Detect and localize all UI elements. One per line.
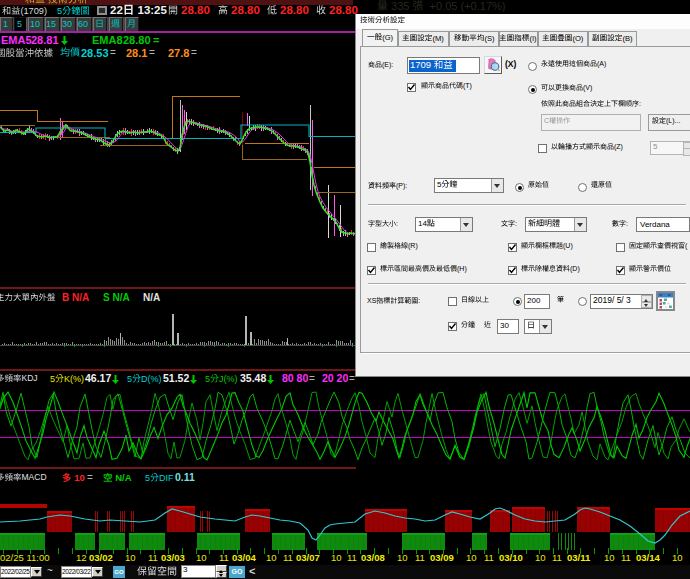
svg-text:51.52: 51.52 — [163, 372, 189, 384]
svg-text:(L)...: (L)... — [666, 117, 680, 125]
svg-text:11: 11 — [148, 552, 158, 563]
svg-text:DIF: DIF — [159, 473, 174, 483]
svg-text:03/09: 03/09 — [430, 552, 454, 563]
svg-text:11: 11 — [347, 552, 357, 563]
svg-text:03/14: 03/14 — [636, 552, 660, 563]
svg-text::: : — [396, 220, 398, 227]
svg-text:03/07: 03/07 — [296, 552, 320, 563]
svg-text:10: 10 — [72, 472, 85, 483]
svg-text:35.48: 35.48 — [240, 372, 266, 384]
svg-text:(G): (G) — [382, 33, 393, 42]
svg-text:10: 10 — [125, 552, 136, 563]
svg-text:(P):: (P): — [396, 182, 407, 190]
svg-text:1709: 1709 — [410, 59, 434, 70]
svg-text:11: 11 — [552, 552, 562, 563]
svg-text::: : — [515, 220, 517, 227]
svg-text:03/02: 03/02 — [89, 552, 113, 563]
svg-text:10: 10 — [266, 552, 277, 563]
svg-text:(M): (M) — [433, 34, 445, 43]
svg-text::: : — [626, 220, 628, 227]
svg-text:10: 10 — [331, 552, 342, 563]
svg-text:(U): (U) — [563, 242, 573, 250]
svg-text:(E):: (E): — [382, 61, 393, 69]
svg-text:12: 12 — [76, 552, 87, 563]
svg-text:(B): (B) — [622, 34, 633, 43]
svg-text:(D): (D) — [570, 265, 580, 273]
svg-text:5: 5 — [127, 374, 132, 384]
svg-text:=: = — [309, 373, 315, 384]
svg-text:C: C — [544, 117, 549, 124]
svg-text:(I): (I) — [530, 34, 538, 43]
svg-text:10: 10 — [535, 552, 546, 563]
svg-text:0.11: 0.11 — [175, 471, 195, 483]
svg-text:XS: XS — [367, 297, 377, 304]
svg-text:N/A: N/A — [143, 292, 160, 303]
svg-text:D(%): D(%) — [141, 374, 162, 384]
svg-text:11: 11 — [283, 552, 293, 563]
svg-text:10: 10 — [604, 552, 615, 563]
svg-text:J(%): J(%) — [219, 374, 238, 384]
svg-text:20 20: 20 20 — [322, 372, 348, 384]
svg-text:N/A: N/A — [113, 472, 132, 483]
svg-text::: : — [639, 100, 641, 107]
svg-text:S N/A: S N/A — [103, 292, 130, 303]
svg-text:~: ~ — [47, 565, 53, 576]
svg-text:KDJ: KDJ — [22, 373, 38, 383]
svg-text:Verdana: Verdana — [640, 219, 670, 228]
svg-text:11: 11 — [219, 552, 229, 563]
svg-text:80 80: 80 80 — [282, 372, 308, 384]
svg-text:5: 5 — [205, 374, 210, 384]
svg-text::: : — [418, 297, 420, 304]
svg-text:03/03: 03/03 — [161, 552, 185, 563]
svg-text:MACD: MACD — [22, 472, 47, 482]
svg-text:02/25 11:00: 02/25 11:00 — [0, 552, 49, 563]
svg-text:(Z): (Z) — [614, 143, 623, 151]
svg-text:(H): (H) — [457, 265, 467, 273]
svg-text:(S): (S) — [484, 34, 495, 43]
svg-text:200: 200 — [527, 296, 541, 305]
svg-text:10: 10 — [397, 552, 408, 563]
svg-text:11: 11 — [484, 552, 494, 563]
svg-text:+0.05 (+0.17%): +0.05 (+0.17%) — [424, 0, 506, 12]
svg-text:5: 5 — [50, 374, 55, 384]
svg-text:2019/ 5/ 3: 2019/ 5/ 3 — [593, 295, 631, 305]
svg-text:10: 10 — [466, 552, 477, 563]
svg-text:03/08: 03/08 — [361, 552, 385, 563]
svg-text:14: 14 — [418, 219, 427, 228]
svg-text:03/10: 03/10 — [499, 552, 523, 563]
svg-text:10: 10 — [196, 552, 207, 563]
svg-text:=: = — [87, 472, 93, 483]
svg-text:B N/A: B N/A — [62, 292, 89, 303]
svg-text:335: 335 — [388, 0, 412, 12]
svg-text:10: 10 — [672, 552, 683, 563]
svg-text:30: 30 — [500, 320, 509, 329]
svg-text:11: 11 — [621, 552, 631, 563]
svg-text:03/11: 03/11 — [567, 552, 591, 563]
svg-text:(V): (V) — [583, 84, 592, 92]
svg-text:5: 5 — [437, 179, 442, 188]
svg-text:5: 5 — [145, 473, 150, 483]
svg-text:(X): (X) — [505, 59, 517, 69]
svg-text:<: < — [249, 564, 255, 576]
svg-text:(O): (O) — [572, 34, 583, 43]
svg-text:46.17: 46.17 — [85, 372, 111, 384]
svg-text:K(%): K(%) — [64, 374, 84, 384]
svg-text:11: 11 — [415, 552, 425, 563]
svg-text:5: 5 — [653, 142, 658, 151]
svg-text:(A): (A) — [597, 60, 606, 68]
svg-text:03/04: 03/04 — [232, 552, 256, 563]
svg-text:(R): (R) — [408, 242, 418, 250]
svg-text:(T): (T) — [463, 82, 472, 90]
svg-text:(: ( — [685, 242, 688, 250]
